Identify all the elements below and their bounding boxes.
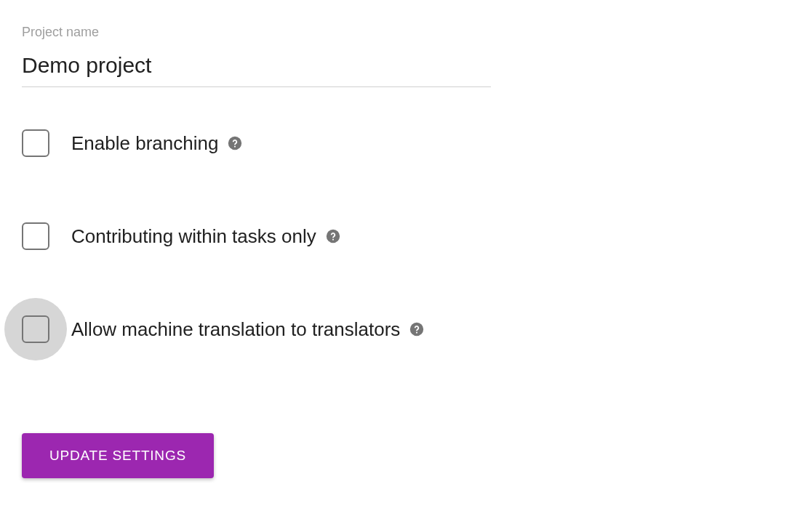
contributing-tasks-checkbox[interactable] (22, 222, 49, 250)
checkbox-container (22, 129, 49, 157)
contributing-tasks-label: Contributing within tasks only (71, 225, 316, 248)
contributing-tasks-row: Contributing within tasks only (22, 222, 778, 250)
project-name-group: Project name (22, 25, 491, 87)
svg-point-1 (327, 230, 340, 243)
machine-translation-checkbox[interactable] (22, 315, 49, 343)
help-icon[interactable] (227, 135, 243, 151)
svg-point-2 (410, 323, 423, 336)
enable-branching-checkbox[interactable] (22, 129, 49, 157)
project-name-label: Project name (22, 25, 491, 40)
update-settings-button[interactable]: UPDATE SETTINGS (22, 433, 214, 478)
svg-point-0 (228, 137, 241, 150)
enable-branching-label: Enable branching (71, 132, 218, 155)
project-name-input[interactable] (22, 53, 491, 87)
help-icon[interactable] (325, 228, 341, 244)
machine-translation-row: Allow machine translation to translators (22, 315, 778, 343)
machine-translation-label: Allow machine translation to translators (71, 318, 400, 341)
checkbox-container (22, 315, 49, 343)
enable-branching-row: Enable branching (22, 129, 778, 157)
checkbox-container (22, 222, 49, 250)
help-icon[interactable] (409, 321, 425, 337)
